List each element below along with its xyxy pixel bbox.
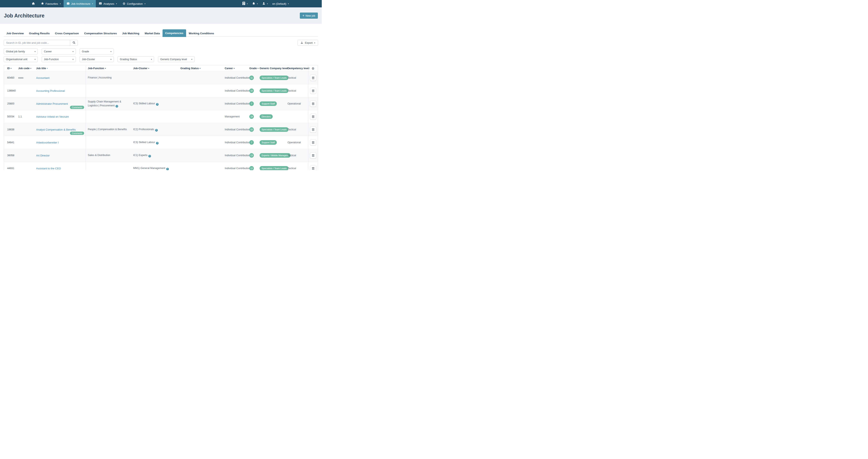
nav-item-configuration[interactable]: ⚙Configuration▾ [120, 0, 148, 7]
info-icon[interactable]: i [166, 168, 169, 170]
info-icon[interactable]: i [116, 105, 118, 108]
cell-job-cluster: IC2) Professionalsi [131, 123, 178, 136]
row-menu-button[interactable] [310, 114, 316, 120]
sort-caret-icon: ▾ [148, 67, 149, 69]
column-header-id-label: ID [7, 67, 10, 70]
chevron-down-icon: ▾ [267, 3, 268, 5]
cell-generic-company-level: Specialists / Team Leads [257, 123, 285, 136]
job-title-link[interactable]: Accounting Professional [36, 89, 65, 92]
job-title-link[interactable]: Analyst Compensation & Benefits [36, 128, 76, 131]
filter-job-cluster[interactable]: Job-Cluster▾ [80, 56, 114, 62]
row-menu-button[interactable] [310, 100, 316, 107]
column-header-competency-level[interactable]: Competency level [285, 65, 308, 71]
info-icon[interactable]: i [156, 142, 159, 145]
info-icon[interactable]: i [148, 155, 151, 157]
column-header-job-title[interactable]: Job title▾ [34, 65, 86, 71]
cell-job-title: Analyst Compensation & BenefitsComments [34, 123, 86, 136]
cell-generic-company-level: Specialists / Team Leads [257, 71, 285, 84]
chevron-down-icon: ▾ [34, 58, 35, 60]
job-title-link[interactable]: Assistant to the CEO [36, 167, 61, 170]
column-header-job-cluster[interactable]: Job-Cluster▾ [131, 65, 178, 71]
cell-job-code [16, 149, 34, 162]
search-button[interactable] [70, 40, 78, 45]
tab-working-conditions[interactable]: Working Conditions [186, 30, 217, 36]
column-header-job-code[interactable]: Job code▾ [16, 65, 34, 71]
search-input[interactable] [4, 40, 70, 45]
cell-competency-level: Tactical [285, 71, 308, 84]
row-menu-button[interactable] [310, 152, 316, 158]
tab-grading-results[interactable]: Grading Results [27, 30, 52, 36]
filter-job-function[interactable]: Job-Function▾ [42, 56, 76, 62]
nav-item-analyses[interactable]: Analyses▾ [96, 0, 120, 7]
filter-organisational-unit-label: Organisational unit [6, 58, 27, 61]
grade-badge: 10 [249, 127, 254, 132]
grade-badge: 12 [249, 166, 254, 170]
cell-job-title: Accounting Professional [34, 84, 86, 97]
cell-generic-company-level: Specialists / Team Leads [257, 84, 285, 97]
tab-job-matching[interactable]: Job Matching [119, 30, 142, 36]
cell-grading-status [178, 71, 223, 84]
nav-item-home[interactable] [29, 0, 38, 7]
tab-cross-comparison[interactable]: Cross Comparison [52, 30, 82, 36]
column-header-generic-company-level[interactable]: Generic Company level▾ [257, 65, 285, 71]
filter-global-job-family[interactable]: Global job family▾ [4, 49, 38, 54]
filter-organisational-unit[interactable]: Organisational unit▾ [4, 56, 38, 62]
filter-generic-company-level[interactable]: Generic Company level▾ [158, 56, 194, 62]
column-header-job-function[interactable]: Job-Function▾ [86, 65, 131, 71]
company-level-badge: Support Staff [259, 101, 277, 106]
language-selector[interactable]: en (Default) ▾ [270, 0, 291, 7]
job-title-link[interactable]: Accountant [36, 76, 50, 80]
nav-item-favourites[interactable]: Favourites▾ [38, 0, 64, 7]
filter-grading-status[interactable]: Grading Status▾ [118, 56, 154, 62]
chevron-down-icon: ▾ [72, 58, 73, 60]
info-icon[interactable]: i [156, 103, 159, 106]
column-header-career-label: Career [225, 67, 233, 70]
new-job-label: New job [306, 14, 315, 17]
jobs-table: ID▾Job code▾Job title▾Job-Function▾Job-C… [4, 65, 318, 170]
nav-item-job-architecture[interactable]: Job Architecture▾ [64, 0, 96, 7]
cell-job-cluster: IC3) Skilled Labouri [131, 136, 178, 149]
table-row: 500341.1Adviseur Arbeid en VerzuimManage… [4, 110, 318, 123]
user-icon [262, 2, 265, 5]
filter-grade[interactable]: Grade▾ [80, 49, 114, 54]
notifications-menu[interactable]: ▾ [250, 0, 260, 7]
company-switcher[interactable]: ▾ [240, 0, 250, 7]
new-job-button[interactable]: + New job [300, 12, 318, 19]
company-level-badge: Specialists / Team Leads [259, 75, 288, 80]
cell-id: 50034 [4, 110, 16, 123]
tab-job-overview[interactable]: Job Overview [4, 30, 27, 36]
cell-career: Individual Contribution [223, 162, 247, 170]
info-icon[interactable]: i [155, 129, 158, 131]
row-menu-button[interactable] [310, 75, 316, 81]
tab-compensation-structures[interactable]: Compensation Structures [82, 30, 119, 36]
table-settings-button[interactable]: ⚙ [308, 65, 318, 71]
job-title-link[interactable]: Administrator Procurement [36, 102, 68, 105]
job-title-link[interactable]: Adviseur Arbeid en Verzuim [36, 115, 69, 118]
cell-grading-status [178, 84, 223, 97]
job-cluster-text: IC3) Skilled Labouri [133, 141, 159, 144]
user-menu[interactable]: ▾ [260, 0, 270, 7]
filter-row-2: Organisational unit▾Job-Function▾Job-Clu… [4, 56, 318, 62]
chevron-down-icon: ▾ [34, 51, 35, 53]
column-header-career[interactable]: Career▾ [223, 65, 247, 71]
cell-job-title: Assistant to the CEO [34, 162, 86, 170]
cell-actions [308, 71, 318, 84]
tab-competencies[interactable]: Competencies [162, 29, 186, 37]
export-button[interactable]: Export ▾ [298, 40, 318, 46]
filter-career[interactable]: Career▾ [42, 49, 76, 54]
download-icon [301, 41, 303, 44]
row-menu-button[interactable] [310, 140, 316, 146]
column-header-grade[interactable]: Grade▾ [247, 65, 257, 71]
bell-icon [252, 2, 255, 6]
cell-career: Management [223, 110, 247, 123]
cell-id: 136940 [4, 84, 16, 97]
job-title-link[interactable]: Art Director [36, 154, 50, 157]
row-menu-button[interactable] [310, 88, 316, 94]
job-title-link[interactable]: Arbeitsvorbereiter I [36, 141, 59, 144]
row-menu-button[interactable] [310, 126, 316, 132]
tab-market-data[interactable]: Market Data [142, 30, 162, 36]
column-header-grading-status[interactable]: Grading Status▾ [178, 65, 223, 71]
row-menu-button[interactable] [310, 165, 316, 170]
page-title: Job Architecture [4, 13, 44, 19]
column-header-id[interactable]: ID▾ [4, 65, 16, 71]
